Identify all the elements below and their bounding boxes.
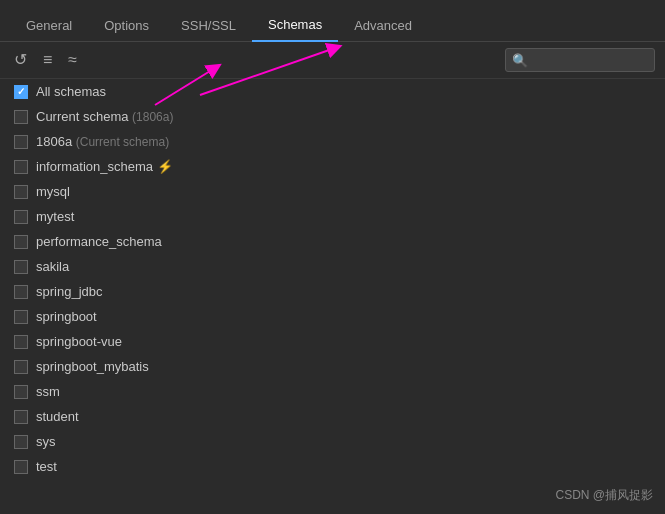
filter-button[interactable]: ≡ (39, 50, 56, 70)
search-box: 🔍 (505, 48, 655, 72)
schema-label: sakila (36, 259, 69, 274)
schema-checkbox[interactable] (14, 210, 28, 224)
schema-checkbox[interactable] (14, 85, 28, 99)
schema-label: spring_jdbc (36, 284, 103, 299)
schema-label: student (36, 409, 79, 424)
schema-checkbox[interactable] (14, 435, 28, 449)
schema-checkbox[interactable] (14, 260, 28, 274)
tab-advanced[interactable]: Advanced (338, 10, 428, 41)
tab-bar: GeneralOptionsSSH/SSLSchemasAdvanced (0, 0, 665, 42)
tab-sshssl[interactable]: SSH/SSL (165, 10, 252, 41)
schema-checkbox[interactable] (14, 460, 28, 474)
schema-row[interactable]: performance_schema (0, 229, 665, 254)
schema-label: sys (36, 434, 56, 449)
schema-label: springboot (36, 309, 97, 324)
schema-row[interactable]: mytest (0, 204, 665, 229)
schema-label: 1806a (Current schema) (36, 134, 169, 149)
sort-button[interactable]: ≈ (64, 50, 81, 70)
schema-row[interactable]: springboot-vue (0, 329, 665, 354)
schema-checkbox[interactable] (14, 185, 28, 199)
schema-row[interactable]: ssm (0, 379, 665, 404)
search-input[interactable] (505, 48, 655, 72)
schema-label: mysql (36, 184, 70, 199)
watermark: CSDN @捕风捉影 (555, 487, 653, 504)
refresh-button[interactable]: ↺ (10, 50, 31, 70)
schema-row[interactable]: information_schema⚡ (0, 154, 665, 179)
schema-row[interactable]: Current schema (1806a) (0, 104, 665, 129)
schema-row[interactable]: All schemas (0, 79, 665, 104)
schema-checkbox[interactable] (14, 385, 28, 399)
schema-checkbox[interactable] (14, 160, 28, 174)
tab-general[interactable]: General (10, 10, 88, 41)
main-container: GeneralOptionsSSH/SSLSchemasAdvanced ↺ ≡… (0, 0, 665, 514)
schema-label: ssm (36, 384, 60, 399)
schema-label: mytest (36, 209, 74, 224)
schema-row[interactable]: spring_jdbc (0, 279, 665, 304)
schema-label: springboot_mybatis (36, 359, 149, 374)
schema-checkbox[interactable] (14, 335, 28, 349)
schema-checkbox[interactable] (14, 235, 28, 249)
tab-schemas[interactable]: Schemas (252, 9, 338, 42)
tab-options[interactable]: Options (88, 10, 165, 41)
schema-checkbox[interactable] (14, 135, 28, 149)
schema-row[interactable]: springboot (0, 304, 665, 329)
toolbar: ↺ ≡ ≈ 🔍 (0, 42, 665, 79)
schema-row[interactable]: sys (0, 429, 665, 454)
schema-row[interactable]: 1806a (Current schema) (0, 129, 665, 154)
schema-row[interactable]: sakila (0, 254, 665, 279)
schema-label: performance_schema (36, 234, 162, 249)
schema-row[interactable]: student (0, 404, 665, 429)
schema-label: springboot-vue (36, 334, 122, 349)
schema-list: All schemasCurrent schema (1806a)1806a (… (0, 79, 665, 507)
schema-row[interactable]: test (0, 454, 665, 479)
schema-row[interactable]: springboot_mybatis (0, 354, 665, 379)
schema-checkbox[interactable] (14, 310, 28, 324)
schema-label: All schemas (36, 84, 106, 99)
schema-label: test (36, 459, 57, 474)
schema-checkbox[interactable] (14, 110, 28, 124)
schema-checkbox[interactable] (14, 410, 28, 424)
schema-checkbox[interactable] (14, 360, 28, 374)
schema-row[interactable]: mysql (0, 179, 665, 204)
schema-label: information_schema⚡ (36, 159, 173, 174)
schema-checkbox[interactable] (14, 285, 28, 299)
schema-label: Current schema (1806a) (36, 109, 173, 124)
